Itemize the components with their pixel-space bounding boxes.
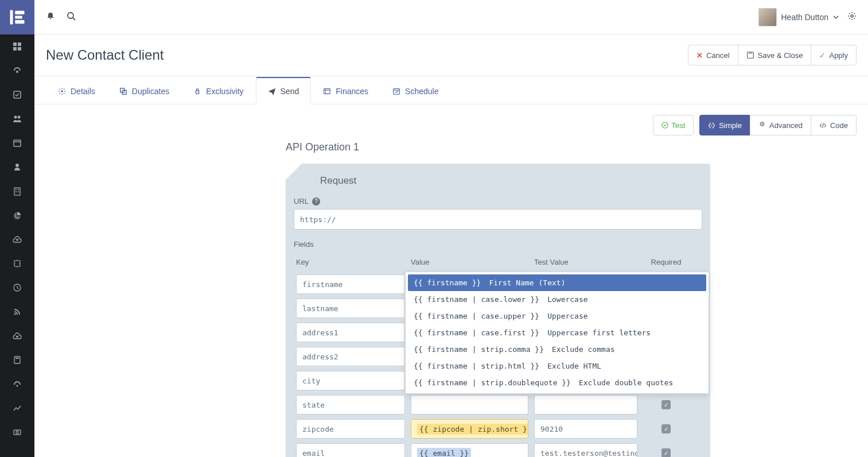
nav-calc[interactable] (0, 348, 34, 372)
url-input[interactable] (294, 209, 702, 230)
brand-logo[interactable] (0, 0, 34, 34)
nav-check[interactable] (0, 83, 34, 107)
key-input[interactable]: zipcode (296, 419, 405, 439)
nav-cloud-up[interactable] (0, 324, 34, 348)
chevron-down-icon (833, 14, 839, 20)
nav-gauge2[interactable] (0, 372, 34, 396)
tab-details[interactable]: Details (46, 77, 107, 104)
autocomplete-item[interactable]: {{ firstname | strip.comma }}Exclude com… (408, 341, 706, 358)
value-input[interactable]: {{ email }} (411, 443, 528, 457)
nav-building[interactable] (0, 179, 34, 203)
code-icon (819, 122, 827, 129)
key-input[interactable]: lastname (296, 299, 405, 318)
svg-point-21 (14, 313, 16, 315)
svg-rect-1 (15, 11, 24, 14)
apply-button[interactable]: ✓Apply (811, 45, 857, 65)
page-title: New Contact Client (46, 47, 164, 63)
key-input[interactable]: email (296, 443, 405, 457)
mode-code-button[interactable]: Code (811, 115, 857, 135)
svg-rect-16 (15, 189, 17, 190)
test-button[interactable]: Test (653, 115, 694, 135)
nav-money[interactable] (0, 420, 34, 444)
nav-person[interactable] (0, 155, 34, 179)
svg-point-42 (711, 125, 713, 126)
test-value-input[interactable] (534, 395, 637, 415)
svg-point-26 (16, 431, 18, 433)
nav-rss[interactable] (0, 300, 34, 324)
autocomplete-item[interactable]: {{ firstname | strip.doublequote }}Exclu… (408, 374, 706, 391)
svg-rect-19 (18, 191, 19, 192)
user-name: Heath Dutton (781, 13, 829, 22)
nav-users[interactable] (0, 107, 34, 131)
sidebar (0, 0, 34, 457)
section-title: API Operation 1 (286, 141, 710, 153)
nav-cloud-down[interactable] (0, 227, 34, 251)
svg-rect-17 (18, 189, 19, 190)
test-value-input[interactable]: test.testerson@testing (534, 443, 637, 457)
details-icon (58, 87, 66, 95)
value-input[interactable] (411, 395, 528, 415)
mode-simple-button[interactable]: Simple (699, 115, 750, 135)
nav-puzzle[interactable] (0, 251, 34, 276)
col-key: Key (296, 258, 405, 266)
autocomplete-item[interactable]: {{ firstname | case.first }}Uppercase fi… (408, 324, 706, 341)
view-mode-group: SimpleAdvancedCode (699, 115, 857, 135)
search-icon[interactable] (67, 11, 76, 22)
topbar: Heath Dutton (34, 0, 868, 34)
mode-advanced-button[interactable]: Advanced (750, 115, 811, 135)
svg-rect-15 (14, 188, 20, 195)
svg-point-11 (18, 116, 21, 119)
svg-rect-2 (15, 16, 22, 19)
svg-point-29 (851, 15, 853, 17)
nav-dashboard[interactable] (0, 34, 34, 59)
fields-label: Fields (294, 240, 702, 249)
cancel-button[interactable]: ✕Cancel (688, 45, 738, 65)
tab-exclusivity[interactable]: Exclusivity (181, 77, 255, 104)
url-label: URL ? (294, 197, 702, 206)
request-panel: Request URL ? Fields Key Value Test Valu… (286, 164, 710, 457)
nav-pie[interactable] (0, 203, 34, 227)
simple-icon (708, 122, 715, 129)
svg-rect-4 (13, 42, 17, 46)
gear-icon[interactable] (847, 11, 857, 22)
nav-gauge[interactable] (0, 59, 34, 83)
user-menu[interactable]: Heath Dutton (758, 8, 839, 26)
svg-rect-18 (15, 191, 17, 192)
svg-rect-22 (14, 357, 20, 363)
bell-icon[interactable] (46, 11, 55, 22)
autocomplete-item[interactable]: {{ firstname | case.upper }}Uppercase (408, 308, 706, 324)
tab-schedule[interactable]: Schedule (380, 77, 450, 104)
nav-trend[interactable] (0, 396, 34, 420)
key-input[interactable]: address2 (296, 347, 405, 366)
value-input[interactable]: {{ zipcode | zip.short }} (411, 419, 528, 439)
nav-clock[interactable] (0, 276, 34, 300)
autocomplete-item[interactable]: {{ firstname }}First Name (Text) (408, 274, 706, 291)
tab-duplicates[interactable]: Duplicates (107, 77, 181, 104)
required-checkbox[interactable]: ✓ (661, 400, 671, 409)
help-icon[interactable]: ? (312, 197, 320, 206)
svg-point-14 (15, 164, 19, 167)
key-input[interactable]: city (296, 371, 405, 390)
key-input[interactable]: address1 (296, 323, 405, 342)
required-checkbox[interactable]: ✓ (661, 424, 671, 433)
svg-point-27 (68, 13, 73, 18)
tab-finances[interactable]: Finances (311, 77, 380, 104)
svg-rect-35 (196, 91, 199, 94)
col-required: Required (643, 258, 689, 266)
key-input[interactable]: state (296, 395, 405, 415)
required-checkbox[interactable]: ✓ (661, 448, 671, 457)
check-icon: ✓ (819, 51, 826, 60)
save-close-button[interactable]: Save & Close (738, 45, 812, 65)
test-value-input[interactable]: 90210 (534, 419, 637, 439)
svg-rect-6 (13, 47, 17, 51)
panel-title: Request (294, 175, 702, 187)
tab-send[interactable]: Send (256, 77, 312, 104)
autocomplete-item[interactable]: {{ firstname | strip.html }}Exclude HTML (408, 358, 706, 374)
col-value: Value (411, 258, 528, 266)
field-row: state✓ (294, 393, 702, 417)
key-input[interactable]: firstname (296, 274, 405, 294)
save-icon (746, 51, 754, 59)
finances-icon (323, 87, 331, 95)
autocomplete-item[interactable]: {{ firstname | case.lower }}Lowercase (408, 291, 706, 308)
nav-calendar[interactable] (0, 131, 34, 155)
